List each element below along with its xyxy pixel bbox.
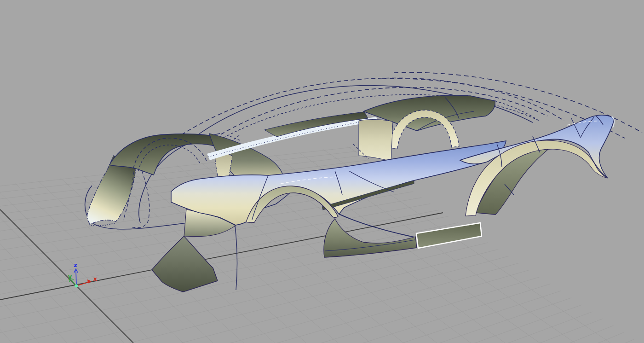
gizmo-y-label: y bbox=[68, 273, 72, 280]
gizmo-origin-dot bbox=[75, 284, 78, 287]
gizmo-x-label: x bbox=[93, 275, 98, 282]
gizmo-z-axis bbox=[76, 270, 76, 286]
far-bpillar-surface[interactable] bbox=[359, 120, 393, 161]
gizmo-z-label: z bbox=[74, 262, 77, 268]
viewport-canvas[interactable]: z x y bbox=[0, 0, 644, 343]
viewport[interactable]: z x y bbox=[0, 0, 644, 343]
